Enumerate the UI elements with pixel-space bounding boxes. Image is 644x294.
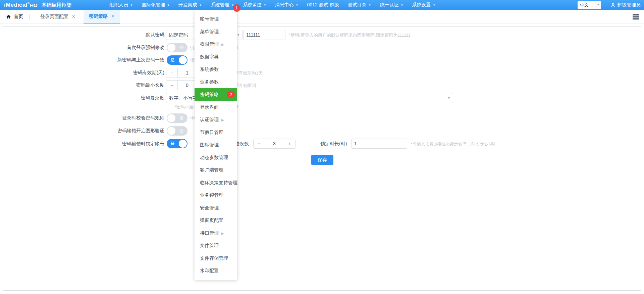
submenu-arrow-icon: ▶ [221, 232, 224, 235]
caret-down-icon: ▼ [400, 4, 403, 7]
caret-down-icon: ▼ [296, 4, 299, 7]
hint-fragment: 度没有限制 [234, 83, 256, 89]
menu-item-holiday-management[interactable]: 节假日管理 [195, 126, 237, 139]
select-value: 固定密码 [169, 30, 188, 40]
validity-label: 密码有效期(天) [50, 70, 164, 76]
menu-item-label: 数据字典 [200, 54, 219, 59]
menu-item-label: 接口管理 [200, 230, 219, 236]
menu-item-label: 客户端管理 [200, 167, 223, 173]
menu-item-watermark-config[interactable]: 水印配置 [195, 264, 237, 277]
prev-same-toggle[interactable]: 是 [167, 55, 187, 65]
fixed-password-input[interactable] [243, 30, 285, 40]
menu-item-file-management[interactable]: 文件管理 [195, 239, 237, 252]
menu-item-label: 权限管理 [200, 41, 219, 47]
user-name: 超级管理员 [617, 2, 641, 8]
prev-same-label: 新密码与上次密码一致 [50, 57, 164, 63]
system-management-dropdown: 账号管理 菜单管理 权限管理▶ 数据字典 系统参数 业务参数 密码策略 2 登录… [195, 10, 237, 280]
first-login-label: 首次登录强制修改 [50, 45, 164, 51]
default-password-label: 默认密码 [50, 32, 164, 38]
lock-account-toggle[interactable]: 是 [167, 139, 187, 148]
nav-label: 组织人员 [109, 2, 128, 8]
menu-item-permission-management[interactable]: 权限管理▶ [195, 38, 237, 51]
menu-item-menu-management[interactable]: 菜单管理 [195, 26, 237, 38]
nav-system-management[interactable]: 系统管理 ▼ 1 [206, 0, 238, 10]
menu-item-security-management[interactable]: 安全管理 [195, 202, 237, 214]
menu-item-label: 弹窗页配置 [200, 217, 223, 223]
notification-badge: 1 [233, 4, 240, 12]
toggle-knob [179, 140, 187, 148]
minus-icon[interactable]: − [166, 68, 178, 78]
menu-item-file-storage-management[interactable]: 文件存储管理 [195, 252, 237, 265]
toggle-state: 否 [179, 126, 184, 136]
first-login-toggle[interactable]: 否 [167, 43, 187, 52]
menu-item-icon-management[interactable]: 图标管理 [195, 139, 237, 151]
caret-down-icon: ▼ [237, 30, 240, 40]
nav-label: 统一认证 [380, 2, 398, 8]
brand-name: iMedical [4, 2, 27, 8]
menu-item-label: 密码策略 [200, 92, 219, 97]
menu-item-account-management[interactable]: 账号管理 [195, 13, 237, 26]
lock-account-hint: *当输入次数达到3次锁定账号，时长为1小时 [411, 141, 496, 147]
toggle-knob [179, 56, 187, 64]
plus-icon[interactable]: + [284, 139, 295, 148]
nav-i18n-management[interactable]: 国际化管理 ▼ [137, 0, 174, 10]
nav-label: 系统监控 [243, 2, 262, 8]
nav-message-center[interactable]: 消息中心 ▼ [271, 0, 303, 10]
brand-suffix: HO [30, 2, 38, 8]
stepper-value: 0 [178, 81, 197, 90]
lock-duration-label: 锁定时长(时) [320, 141, 347, 147]
menu-item-label: 账号管理 [200, 16, 219, 21]
retry-count-stepper[interactable]: − 3 + [253, 139, 296, 149]
toggle-state: 是 [170, 55, 175, 65]
nav-unified-auth[interactable]: 统一认证 ▼ [375, 0, 408, 10]
submenu-arrow-icon: ▶ [221, 118, 224, 122]
menu-item-auth-management[interactable]: 认证管理▶ [195, 113, 237, 126]
toggle-state: 否 [179, 43, 184, 52]
caret-down-icon: ▼ [368, 4, 371, 7]
nav-system-settings[interactable]: 系统设置 ▼ [408, 0, 440, 10]
nav-dev-integration[interactable]: 开发集成 ▼ [174, 0, 206, 10]
menu-item-label: 文件存储管理 [200, 255, 228, 261]
minus-icon[interactable]: − [254, 139, 265, 148]
menu-item-business-parameters[interactable]: 业务参数 [195, 76, 237, 89]
graphic-captcha-toggle[interactable]: 否 [167, 126, 187, 136]
user-menu[interactable]: 超级管理员 [611, 0, 641, 10]
lock-duration-input[interactable] [351, 139, 407, 149]
nav-org-personnel[interactable]: 组织人员 ▼ [105, 0, 137, 10]
menu-item-clinical-decision-support[interactable]: 临床决策支持管理 [195, 177, 237, 189]
nav-system-monitor[interactable]: 系统监控 ▼ [238, 0, 271, 10]
menu-item-dynamic-parameter-management[interactable]: 动态参数管理 [195, 151, 237, 164]
nav-label: 系统管理 [211, 2, 229, 8]
check-rule-label: 登录时校验密码规则 [50, 115, 164, 121]
nav-test-directory[interactable]: 测试目录 ▼ [343, 0, 375, 10]
save-button[interactable]: 保存 [311, 155, 333, 165]
caret-down-icon: ▼ [167, 4, 170, 7]
nav-0012-test-super[interactable]: 0012 测试 超级 [303, 0, 343, 10]
menu-item-client-management[interactable]: 客户端管理 [195, 164, 237, 177]
complexity-label: 密码复杂度 [50, 95, 164, 101]
menu-item-login-page[interactable]: 登录界面 [195, 101, 237, 114]
menu-item-system-parameters[interactable]: 系统参数 [195, 63, 237, 76]
menu-item-password-policy[interactable]: 密码策略 2 [195, 88, 237, 101]
nav-label: 国际化管理 [142, 2, 165, 8]
app-title: 基础应用框架 [42, 2, 72, 8]
app-logo: iMedical®HO 基础应用框架 [4, 0, 72, 10]
menu-item-popup-page-config[interactable]: 弹窗页配置 [195, 214, 237, 227]
check-rule-toggle[interactable]: 否 [167, 113, 187, 123]
language-select[interactable]: 中文 ▼ [578, 1, 601, 9]
stepper-value: 3 [265, 139, 284, 148]
graphic-captcha-label: 密码输错开启图形验证 [50, 128, 164, 134]
menu-item-label: 系统参数 [200, 66, 219, 72]
toggle-state: 是 [170, 139, 175, 148]
menu-item-label: 登录界面 [200, 104, 219, 110]
notification-badge: 2 [227, 91, 235, 98]
nav-label: 0012 测试 超级 [307, 2, 339, 8]
menu-item-business-lock-management[interactable]: 业务锁管理 [195, 189, 237, 202]
menu-item-label: 菜单管理 [200, 29, 219, 34]
menu-item-data-dictionary[interactable]: 数据字典 [195, 51, 237, 63]
menu-item-label: 动态参数管理 [200, 155, 228, 160]
menu-item-interface-management[interactable]: 接口管理▶ [195, 227, 237, 240]
minus-icon[interactable]: − [166, 81, 178, 90]
menu-item-label: 业务锁管理 [200, 192, 223, 198]
top-navbar: iMedical®HO 基础应用框架 组织人员 ▼ 国际化管理 ▼ 开发集成 ▼… [0, 0, 644, 10]
